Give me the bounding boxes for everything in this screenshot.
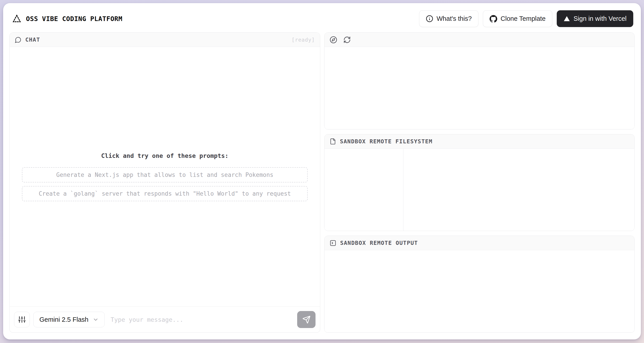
open-preview-button[interactable] [330, 36, 337, 44]
app-title: OSS VIBE CODING PLATFORM [26, 15, 122, 22]
filesystem-body [324, 149, 634, 231]
github-icon [490, 15, 497, 22]
file-tree-pane [324, 149, 404, 231]
chat-panel-title: CHAT [25, 36, 40, 43]
info-icon [426, 15, 433, 22]
vercel-triangle-icon [564, 15, 570, 22]
output-panel-header: SANDBOX REMOTE OUTPUT [324, 236, 634, 250]
file-content-pane [404, 149, 634, 231]
preview-panel [324, 32, 634, 129]
whats-this-label: What's this? [436, 15, 472, 22]
preview-content-area [324, 47, 634, 129]
output-panel: SANDBOX REMOTE OUTPUT [324, 236, 634, 333]
chat-messages-area: Click and try one of these prompts: Gene… [10, 47, 320, 306]
preview-panel-header [324, 33, 634, 47]
paper-plane-icon [302, 316, 310, 324]
chat-bubble-icon [15, 36, 22, 43]
prompt-suggestions: Click and try one of these prompts: Gene… [22, 152, 308, 201]
filesystem-panel-header: SANDBOX REMOTE FILESYSTEM [324, 134, 634, 149]
terminal-icon [330, 240, 336, 246]
refresh-icon [343, 36, 351, 44]
chat-status-badge: [ready] [292, 37, 315, 43]
vercel-dashed-triangle-logo-icon [12, 14, 22, 23]
sliders-icon [18, 316, 26, 323]
header-actions: What's this? Clone Template Sign in with… [419, 10, 633, 27]
compass-icon [330, 36, 337, 44]
suggested-prompt-pokemons[interactable]: Generate a Next.js app that allows to li… [22, 167, 308, 182]
file-icon [330, 138, 336, 145]
sign-in-label: Sign in with Vercel [574, 15, 626, 22]
app-header: OSS VIBE CODING PLATFORM What's this? Cl… [10, 8, 634, 32]
chat-panel: CHAT [ready] Click and try one of these … [10, 32, 320, 333]
filesystem-panel: SANDBOX REMOTE FILESYSTEM [324, 134, 634, 231]
send-button[interactable] [297, 311, 316, 328]
prompt-suggestions-heading: Click and try one of these prompts: [22, 152, 308, 159]
main-content: CHAT [ready] Click and try one of these … [10, 32, 634, 333]
refresh-preview-button[interactable] [343, 36, 351, 44]
brand: OSS VIBE CODING PLATFORM [12, 14, 122, 23]
app-window: OSS VIBE CODING PLATFORM What's this? Cl… [3, 3, 641, 340]
filesystem-panel-title: SANDBOX REMOTE FILESYSTEM [340, 138, 432, 145]
message-input[interactable] [108, 316, 294, 323]
whats-this-button[interactable]: What's this? [419, 10, 478, 27]
model-selector-value: Gemini 2.5 Flash [40, 316, 88, 323]
output-panel-title: SANDBOX REMOTE OUTPUT [340, 240, 418, 246]
suggested-prompt-golang[interactable]: Create a `golang` server that responds w… [22, 186, 308, 201]
clone-template-button[interactable]: Clone Template [483, 10, 552, 27]
chevron-down-icon [93, 317, 99, 323]
clone-template-label: Clone Template [500, 15, 546, 22]
output-content-area [324, 250, 634, 333]
chat-input-bar: Gemini 2.5 Flash [10, 306, 320, 333]
model-settings-button[interactable] [14, 312, 30, 327]
sign-in-with-vercel-button[interactable]: Sign in with Vercel [557, 10, 633, 27]
chat-panel-header: CHAT [ready] [10, 33, 320, 47]
model-selector[interactable]: Gemini 2.5 Flash [33, 312, 105, 327]
right-column: SANDBOX REMOTE FILESYSTEM SANDBOX REMOT [324, 32, 634, 333]
